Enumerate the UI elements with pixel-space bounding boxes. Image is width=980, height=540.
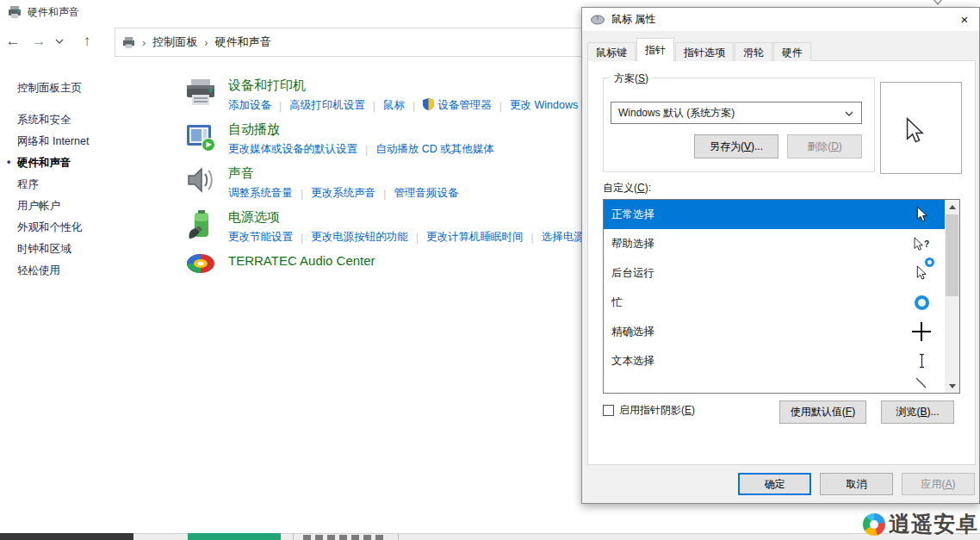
link-manage-audio-devices[interactable]: 管理音频设备 xyxy=(394,186,459,201)
sidebar-item-network-internet[interactable]: 网络和 Internet xyxy=(0,131,172,152)
pointer-shadow-row: 启用指针阴影(E) xyxy=(603,403,695,418)
category-list: 设备和打印机 添加设备 | 高级打印机设置 | 鼠标 | 设备管理器 | 更改 … xyxy=(183,78,581,296)
apply-button[interactable]: 应用(A) xyxy=(902,473,975,495)
sidebar-item-clock-region[interactable]: 时钟和区域 xyxy=(0,239,172,260)
memu-watermark: 逍遥安卓 xyxy=(863,510,978,538)
handwriting-cursor-icon xyxy=(910,376,933,391)
terratec-icon xyxy=(183,253,218,288)
link-change-power-saving[interactable]: 更改节能设置 xyxy=(228,230,293,245)
browse-button[interactable]: 浏览(B)... xyxy=(881,400,954,424)
tab-buttons[interactable]: 鼠标键 xyxy=(587,42,636,61)
link-windows-to-go[interactable]: 更改 Windows To xyxy=(510,98,581,113)
clipped-window-edge xyxy=(0,533,980,540)
link-add-device[interactable]: 添加设备 xyxy=(228,98,271,113)
category-title[interactable]: 自动播放 xyxy=(228,121,494,138)
sidebar-item-programs[interactable]: 程序 xyxy=(0,174,172,196)
cursor-row-precision-select[interactable]: 精确选择 xyxy=(604,317,945,346)
back-icon[interactable]: ← xyxy=(0,33,26,50)
category-autoplay: 自动播放 更改媒体或设备的默认设置 | 自动播放 CD 或其他媒体 xyxy=(183,121,581,157)
busy-cursor-icon xyxy=(910,295,933,310)
breadcrumb-separator-icon: › xyxy=(142,36,146,49)
scroll-up-icon[interactable] xyxy=(945,200,959,214)
ok-button[interactable]: 确定 xyxy=(738,473,811,495)
cursor-list: 正常选择 帮助选择 ? 后台运行 忙 xyxy=(603,199,960,394)
cursor-row-partial[interactable] xyxy=(604,376,945,393)
breadcrumb[interactable]: › 控制面板 › 硬件和声音 xyxy=(115,28,584,57)
category-title[interactable]: 声音 xyxy=(228,165,459,182)
tab-pointer-options[interactable]: 指针选项 xyxy=(675,42,734,61)
save-as-button[interactable]: 另存为(V)... xyxy=(694,134,778,158)
uac-shield-icon xyxy=(423,98,434,110)
cursor-row-working-background[interactable]: 后台运行 xyxy=(604,258,945,288)
link-mouse[interactable]: 鼠标 xyxy=(383,98,405,113)
tab-strip: 鼠标键 指针 指针选项 滑轮 硬件 xyxy=(587,38,812,61)
sidebar-item-user-accounts[interactable]: 用户帐户 xyxy=(0,196,172,217)
link-power-button-function[interactable]: 更改电源按钮的功能 xyxy=(311,230,408,245)
category-title[interactable]: TERRATEC Audio Center xyxy=(228,253,375,268)
sidebar-item-appearance[interactable]: 外观和个性化 xyxy=(0,217,172,239)
clipped-separator xyxy=(398,534,399,540)
clipped-teal-button xyxy=(188,533,281,540)
link-device-manager[interactable]: 设备管理器 xyxy=(423,98,492,113)
watermark-text: 逍遥安卓 xyxy=(889,510,978,538)
link-autoplay-cd[interactable]: 自动播放 CD 或其他媒体 xyxy=(375,142,494,157)
screen: 硬件和声音 ← → ↑ › 控制面板 › 硬件和声音 控制面板主页 系统和安全 … xyxy=(0,0,980,540)
dialog-title: 鼠标 属性 xyxy=(611,12,655,27)
scheme-select[interactable]: Windows 默认 (系统方案) xyxy=(611,102,862,124)
pointer-preview xyxy=(880,82,962,174)
tab-wheel[interactable]: 滑轮 xyxy=(735,42,772,61)
power-options-icon xyxy=(183,209,218,244)
sidebar-item-home[interactable]: 控制面板主页 xyxy=(0,78,172,99)
clipped-search-chevron-icon xyxy=(932,0,944,6)
link-choose-power-plan[interactable]: 选择电源计 xyxy=(542,230,581,245)
category-links: 调整系统音量 | 更改系统声音 | 管理音频设备 xyxy=(228,186,459,201)
category-sound: 声音 调整系统音量 | 更改系统声音 | 管理音频设备 xyxy=(183,165,581,201)
pointer-shadow-checkbox[interactable] xyxy=(603,405,614,416)
cancel-button[interactable]: 取消 xyxy=(820,473,893,495)
text-cursor-icon xyxy=(910,353,933,369)
scroll-down-icon[interactable] xyxy=(945,379,959,393)
arrow-cursor-icon xyxy=(910,206,933,223)
scrollbar-thumb[interactable] xyxy=(946,214,958,296)
mouse-icon xyxy=(591,15,605,25)
cursor-row-help-select[interactable]: 帮助选择 ? xyxy=(604,229,945,258)
breadcrumb-hardware-sound[interactable]: 硬件和声音 xyxy=(215,34,271,50)
scheme-label: 方案(S) xyxy=(611,71,652,86)
customize-label: 自定义(C): xyxy=(603,181,651,196)
sidebar-item-hardware-sound[interactable]: •硬件和声音 xyxy=(0,152,172,174)
cursor-row-text-select[interactable]: 文本选择 xyxy=(604,346,945,376)
arrow-cursor-icon xyxy=(905,117,924,145)
mouse-properties-dialog: 鼠标 属性 × 鼠标键 指针 指针选项 滑轮 硬件 方案(S) Windows … xyxy=(581,7,980,504)
category-links: 添加设备 | 高级打印机设置 | 鼠标 | 设备管理器 | 更改 Windows… xyxy=(228,98,581,113)
printer-icon xyxy=(183,78,218,112)
delete-button[interactable]: 删除(D) xyxy=(787,134,862,158)
window-titlebar: 硬件和声音 xyxy=(0,0,79,24)
clipped-separator xyxy=(293,534,294,540)
tab-hardware[interactable]: 硬件 xyxy=(773,42,811,61)
scheme-groupbox: 方案(S) Windows 默认 (系统方案) 另存为(V)... 删除(D) xyxy=(603,78,875,172)
memu-logo-icon xyxy=(863,513,885,536)
sidebar-item-system-security[interactable]: 系统和安全 xyxy=(0,109,172,131)
use-default-button[interactable]: 使用默认值(F) xyxy=(779,400,866,424)
scheme-selected-value: Windows 默认 (系统方案) xyxy=(618,106,735,121)
forward-icon[interactable]: → xyxy=(26,33,52,50)
close-icon[interactable]: × xyxy=(950,8,979,31)
category-title[interactable]: 电源选项 xyxy=(228,209,581,226)
breadcrumb-control-panel[interactable]: 控制面板 xyxy=(152,34,197,50)
link-change-system-sounds[interactable]: 更改系统声音 xyxy=(311,186,375,201)
link-sleep-time[interactable]: 更改计算机睡眠时间 xyxy=(426,230,524,245)
current-bullet-icon: • xyxy=(7,156,10,168)
sidebar: 控制面板主页 系统和安全 网络和 Internet •硬件和声音 程序 用户帐户… xyxy=(0,78,172,282)
recent-pages-chevron-icon[interactable] xyxy=(52,39,67,44)
up-icon[interactable]: ↑ xyxy=(74,33,100,50)
scrollbar[interactable] xyxy=(945,200,959,393)
category-title[interactable]: 设备和打印机 xyxy=(228,78,581,94)
link-adjust-volume[interactable]: 调整系统音量 xyxy=(228,186,293,201)
help-cursor-icon: ? xyxy=(910,237,933,251)
cursor-row-normal-select[interactable]: 正常选择 xyxy=(604,200,945,229)
link-advanced-printer-setup[interactable]: 高级打印机设置 xyxy=(289,98,365,113)
cursor-row-busy[interactable]: 忙 xyxy=(604,288,945,317)
tab-pointers[interactable]: 指针 xyxy=(636,38,674,61)
link-change-default-media-settings[interactable]: 更改媒体或设备的默认设置 xyxy=(228,142,357,157)
sidebar-item-ease-of-access[interactable]: 轻松使用 xyxy=(0,260,172,282)
